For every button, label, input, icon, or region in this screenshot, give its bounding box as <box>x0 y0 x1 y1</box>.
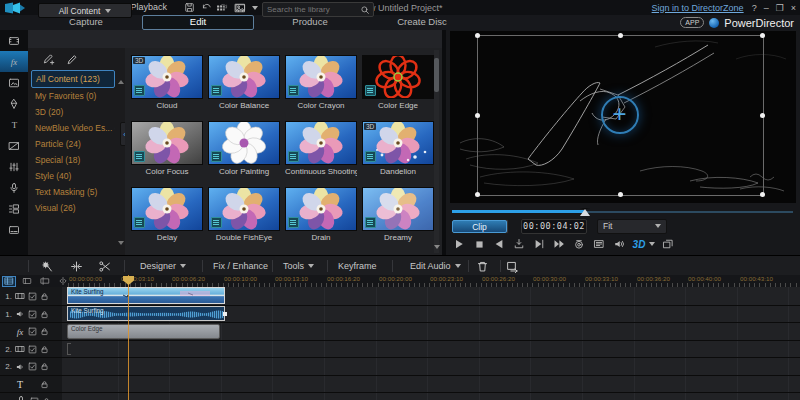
effect-room[interactable]: fx <box>0 51 28 72</box>
category-item[interactable]: All Content (123) <box>31 70 115 88</box>
zoom-fit-dropdown[interactable]: Fit <box>597 219 667 234</box>
sign-in-link[interactable]: Sign in to DirectorZone <box>652 3 744 13</box>
track-lane[interactable] <box>62 393 800 400</box>
effect-thumbnail[interactable] <box>285 55 357 99</box>
fix-enhance-button[interactable]: Fix / Enhance <box>213 256 268 276</box>
content-filter-dropdown[interactable]: All Content <box>38 3 132 18</box>
chevron-down-icon[interactable] <box>649 242 655 246</box>
effect-item[interactable]: Color Focus <box>131 121 203 176</box>
search-input[interactable] <box>263 5 360 14</box>
timecode-display[interactable]: 00:00:04:02 <box>521 219 587 234</box>
timeline-view-icon[interactable] <box>20 276 34 287</box>
effect-thumbnail[interactable] <box>131 187 203 231</box>
tab-edit[interactable]: Edit <box>142 15 254 30</box>
marquee-handle[interactable] <box>618 192 623 197</box>
track-lane[interactable] <box>62 358 800 376</box>
marquee-handle[interactable] <box>475 192 480 197</box>
clip-audio[interactable]: Kite Surfing <box>67 306 225 321</box>
tab-create-disc[interactable]: Create Disc <box>366 15 478 30</box>
stop-button[interactable] <box>472 237 486 251</box>
effect-thumbnail[interactable] <box>131 121 203 165</box>
keyframe-button[interactable]: Keyframe <box>338 256 377 276</box>
preview-quality-button[interactable] <box>592 237 606 251</box>
track-enable-checkbox[interactable] <box>30 397 39 400</box>
effect-item[interactable]: Color Painting <box>208 121 280 176</box>
effect-item[interactable]: Double FishEye <box>208 187 280 242</box>
track-lane[interactable] <box>62 376 800 393</box>
track-lock-icon[interactable] <box>42 397 51 400</box>
track-lock-icon[interactable] <box>40 345 49 354</box>
grid-view-icon[interactable] <box>215 2 226 14</box>
track-lock-icon[interactable] <box>40 380 49 389</box>
track-lock-icon[interactable] <box>40 310 49 319</box>
chapter-room[interactable] <box>0 198 28 219</box>
effect-item[interactable]: 3DDandelion <box>362 121 434 176</box>
track-enable-checkbox[interactable] <box>28 292 37 301</box>
effect-thumbnail[interactable] <box>208 187 280 231</box>
scroll-down-icon[interactable] <box>118 241 124 245</box>
threed-toggle-button[interactable]: 3D <box>632 237 646 251</box>
track-enable-checkbox[interactable] <box>28 327 37 336</box>
category-item[interactable]: Style (40) <box>31 168 115 184</box>
library-scroll-down-icon[interactable] <box>434 245 440 249</box>
scissors-button[interactable] <box>98 256 111 276</box>
track-manager-icon[interactable] <box>2 276 16 287</box>
effect-item[interactable]: Color Edge <box>362 55 434 110</box>
track-lock-icon[interactable] <box>40 327 49 336</box>
record-down-button[interactable] <box>512 237 526 251</box>
category-item[interactable]: My Favorites (0) <box>31 88 115 104</box>
tools-dropdown[interactable]: Tools <box>283 256 314 276</box>
marquee-handle[interactable] <box>760 192 765 197</box>
category-item[interactable]: NewBlue Video Es... (10) <box>31 120 115 136</box>
effect-item[interactable]: 3DCloud <box>131 55 203 110</box>
play-button[interactable] <box>452 237 466 251</box>
transition-room[interactable] <box>0 135 28 156</box>
minimize-button[interactable]: – <box>764 3 769 13</box>
category-item[interactable]: Text Masking (5) <box>31 184 115 200</box>
range-select-icon[interactable] <box>38 276 52 287</box>
clip-effect[interactable]: Color Edge <box>67 324 220 339</box>
track-lane[interactable]: Kite Surfing <box>62 287 800 306</box>
add-effect-button[interactable]: + <box>601 96 639 134</box>
track-lane[interactable] <box>62 341 800 358</box>
effect-thumbnail[interactable] <box>285 121 357 165</box>
fast-forward-button[interactable] <box>552 237 566 251</box>
marquee-handle[interactable] <box>760 113 765 118</box>
track-lane[interactable]: Kite Surfing <box>62 306 800 323</box>
undock-button[interactable] <box>661 237 675 251</box>
marquee-handle[interactable] <box>618 33 623 38</box>
track-enable-checkbox[interactable] <box>28 310 37 319</box>
effect-item[interactable]: Drain <box>285 187 357 242</box>
undo-icon[interactable] <box>201 2 212 13</box>
timeline-ruler[interactable]: 00:00:00:0000:00:03:1000:00:06:2000:00:1… <box>62 275 800 287</box>
effect-thumbnail[interactable] <box>285 187 357 231</box>
audio-mixing-room[interactable] <box>0 156 28 177</box>
clip-trim-handle[interactable] <box>223 312 227 316</box>
effect-item[interactable]: Color Crayon <box>285 55 357 110</box>
category-item[interactable]: Particle (24) <box>31 136 115 152</box>
search-icon[interactable] <box>360 5 370 15</box>
clip-mode-button[interactable]: Clip <box>452 220 507 233</box>
particle-room[interactable] <box>0 93 28 114</box>
title-room[interactable]: T <box>0 114 28 135</box>
magic-tool-button[interactable] <box>40 256 53 276</box>
track-enable-checkbox[interactable] <box>28 345 37 354</box>
directorzone-upload-icon[interactable] <box>65 52 78 65</box>
restore-button[interactable]: ❐ <box>776 3 784 13</box>
snapshot-button[interactable] <box>572 237 586 251</box>
close-button[interactable]: × <box>791 3 796 13</box>
effect-thumbnail[interactable]: 3D <box>131 55 203 99</box>
marquee-handle[interactable] <box>475 33 480 38</box>
tab-produce[interactable]: Produce <box>254 15 366 30</box>
edit-audio-dropdown[interactable]: Edit Audio <box>410 256 461 276</box>
effect-thumbnail[interactable] <box>208 55 280 99</box>
track-lane[interactable]: Color Edge <box>62 323 800 341</box>
save-icon[interactable] <box>184 2 195 13</box>
playhead-line[interactable] <box>128 275 129 400</box>
produce-range-button[interactable] <box>506 256 519 276</box>
category-item[interactable]: Special (18) <box>31 152 115 168</box>
clip-video[interactable]: Kite Surfing <box>67 287 225 304</box>
seek-thumb[interactable] <box>580 208 590 216</box>
effect-thumbnail[interactable]: 3D <box>362 121 434 165</box>
split-button[interactable] <box>70 256 83 276</box>
